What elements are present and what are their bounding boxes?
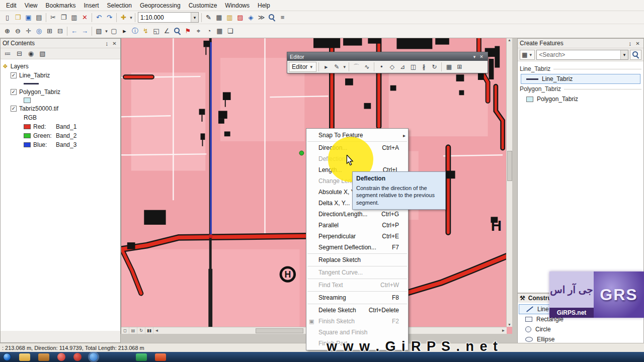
visibility-checkbox[interactable]: ✓ xyxy=(11,72,17,78)
reshape-feature-icon[interactable]: ⊿ xyxy=(397,62,408,72)
rotate-tool-icon[interactable]: ↻ xyxy=(429,62,439,72)
menu-selection[interactable]: Selection xyxy=(103,1,136,11)
pan-icon[interactable]: ✛ xyxy=(23,26,34,36)
context-menu-item-parallel[interactable]: Parallel Ctrl+P xyxy=(306,220,408,231)
taskbar-excel-icon[interactable] xyxy=(136,353,147,361)
hyperlink-icon[interactable]: ↯ xyxy=(140,26,151,36)
menu-bookmarks[interactable]: Bookmarks xyxy=(41,1,79,11)
new-map-icon[interactable]: ▯ xyxy=(2,12,13,23)
chevron-down-icon[interactable]: ▾ xyxy=(191,13,198,22)
context-menu-item-find-text[interactable]: Find Text Ctrl+W xyxy=(306,280,408,291)
editor-toolbar-icon[interactable]: ✎ xyxy=(203,12,214,23)
list-by-selection-icon[interactable]: ▧ xyxy=(37,48,48,59)
delete-icon[interactable]: ✕ xyxy=(79,12,90,23)
pin-icon[interactable]: ↨ xyxy=(626,40,634,47)
table-of-contents-icon[interactable]: ▦ xyxy=(214,12,224,23)
catalog-window-icon[interactable]: ▥ xyxy=(224,12,235,23)
measure-icon[interactable]: ∠ xyxy=(162,26,172,36)
fixed-zoom-out-icon[interactable]: ⊟ xyxy=(55,26,65,36)
full-extent-icon[interactable]: ◎ xyxy=(34,26,44,36)
taskbar-folder-icon[interactable] xyxy=(19,353,30,361)
organize-templates-button[interactable]: ▦ ▾ xyxy=(520,50,535,60)
search-templates-button[interactable] xyxy=(630,50,641,60)
close-icon[interactable]: ✕ xyxy=(634,40,641,47)
pin-icon[interactable]: ↨ xyxy=(103,40,111,47)
layout-view-button[interactable]: ▤ xyxy=(129,327,137,334)
chevron-down-icon[interactable]: ▾ xyxy=(104,29,109,34)
horizontal-scroll-thumb[interactable] xyxy=(256,328,303,333)
cut-icon[interactable]: ✂ xyxy=(48,12,58,23)
template-search-combo[interactable]: <Search> ▾ xyxy=(536,50,628,60)
time-slider-icon[interactable]: ◔ xyxy=(204,26,214,36)
editor-toolbar-titlebar[interactable]: Editor ▾ ✕ xyxy=(287,52,488,61)
edit-vertices-icon[interactable]: ◇ xyxy=(387,62,397,72)
scroll-right-icon[interactable]: ► xyxy=(500,328,507,333)
taskbar-browser-icon[interactable] xyxy=(90,353,98,361)
scroll-down-icon[interactable]: ▼ xyxy=(508,323,511,326)
taskbar-opera-icon[interactable] xyxy=(57,353,65,361)
undo-icon[interactable]: ↶ xyxy=(94,12,104,23)
find-route-icon[interactable]: ⚑ xyxy=(183,26,193,36)
sketch-tool-icon[interactable]: ✎ xyxy=(332,62,342,72)
chevron-down-icon[interactable]: ▾ xyxy=(342,64,347,69)
editor-menu-button[interactable]: Editor ▾ xyxy=(289,62,316,72)
menu-insert[interactable]: Insert xyxy=(80,1,103,11)
python-window-icon[interactable]: ≫ xyxy=(256,12,267,23)
copy-icon[interactable]: ❐ xyxy=(58,12,69,23)
chevron-down-icon[interactable]: ▾ xyxy=(620,50,628,59)
visibility-checkbox[interactable]: ✓ xyxy=(11,106,17,112)
template-group-line-tabriz[interactable]: Line_Tabriz xyxy=(520,64,641,73)
menu-windows[interactable]: Windows xyxy=(221,1,254,11)
editor-floating-toolbar[interactable]: Editor ▾ ✕ Editor ▾ ▸ ✎ ▾ ⌒ ∿ • ◇ ⊿ ◫ ∦ … xyxy=(287,52,488,73)
menu-customize[interactable]: Customize xyxy=(185,1,221,11)
taskbar-pdf-icon[interactable] xyxy=(155,353,166,361)
start-button[interactable] xyxy=(3,353,11,361)
select-features-icon[interactable]: ▧ xyxy=(94,26,104,36)
back-extent-icon[interactable]: ← xyxy=(69,26,79,36)
refresh-view-button[interactable]: ↻ xyxy=(137,327,145,334)
scroll-left-icon[interactable]: ◄ xyxy=(153,328,160,333)
viewer-window-icon[interactable]: ❏ xyxy=(225,26,235,36)
template-item-polygon-tabriz[interactable]: Polygon_Tabriz xyxy=(521,94,640,104)
select-elements-icon[interactable]: ▸ xyxy=(119,26,130,36)
toc-layer-line-tabriz[interactable]: ✓ Line_Tabriz xyxy=(3,71,120,80)
list-by-source-icon[interactable]: ⊟ xyxy=(14,48,25,59)
context-menu-item-tangent-curve[interactable]: Tangent Curve... xyxy=(306,267,408,278)
context-menu-item-square-and-finish[interactable]: Square and Finish xyxy=(306,327,408,338)
zoom-out-icon[interactable]: ⊖ xyxy=(13,26,23,36)
print-icon[interactable]: ▤ xyxy=(34,12,44,23)
line-symbol-row[interactable] xyxy=(3,80,120,87)
go-to-xy-icon[interactable]: ⌖ xyxy=(193,26,204,36)
trace-tool-icon[interactable]: ∿ xyxy=(362,62,372,72)
menu-geoprocessing[interactable]: Geoprocessing xyxy=(136,1,185,11)
split-tool-icon[interactable]: ∦ xyxy=(419,62,429,72)
context-menu-item-perpendicular[interactable]: Perpendicular Ctrl+E xyxy=(306,231,408,242)
options-icon[interactable]: ≡ xyxy=(277,12,288,23)
context-menu-item-direction-length[interactable]: Direction/Length... Ctrl+G xyxy=(306,209,408,220)
scroll-up-icon[interactable]: ▲ xyxy=(508,38,511,42)
point-tool-icon[interactable]: • xyxy=(376,62,386,72)
list-by-visibility-icon[interactable]: ◉ xyxy=(26,48,36,59)
toc-layer-polygon-tabriz[interactable]: ✓ Polygon_Tabriz xyxy=(3,87,120,97)
arctoolbox-icon[interactable]: ▨ xyxy=(235,12,246,23)
data-view-button[interactable]: ◻ xyxy=(121,327,129,334)
list-by-drawing-order-icon[interactable]: ≔ xyxy=(3,48,13,59)
polygon-symbol-row[interactable] xyxy=(3,97,120,104)
close-icon[interactable]: ✕ xyxy=(111,40,118,47)
construction-tool-circle[interactable]: Circle xyxy=(519,324,642,334)
clear-selection-icon[interactable]: ▢ xyxy=(109,26,119,36)
context-menu-item-replace-sketch[interactable]: Replace Sketch xyxy=(306,254,408,265)
sketch-properties-icon[interactable]: ⊞ xyxy=(454,62,464,72)
scale-combo[interactable]: ▾ xyxy=(138,12,199,23)
redo-icon[interactable]: ↷ xyxy=(104,12,115,23)
close-icon[interactable]: ✕ xyxy=(478,53,485,60)
menu-view[interactable]: View xyxy=(21,1,42,11)
taskbar-red-app-icon[interactable] xyxy=(73,353,82,361)
vertical-scroll-thumb[interactable] xyxy=(507,151,512,181)
chevron-down-icon[interactable]: ▾ xyxy=(129,15,133,20)
menu-help[interactable]: Help xyxy=(254,1,274,11)
context-menu-item-segment-deflection[interactable]: Segment Deflection... F7 xyxy=(306,242,408,253)
open-map-icon[interactable]: ❒ xyxy=(13,12,23,23)
search-input[interactable]: <Search> xyxy=(537,51,620,58)
cut-polygons-icon[interactable]: ◫ xyxy=(408,62,418,72)
